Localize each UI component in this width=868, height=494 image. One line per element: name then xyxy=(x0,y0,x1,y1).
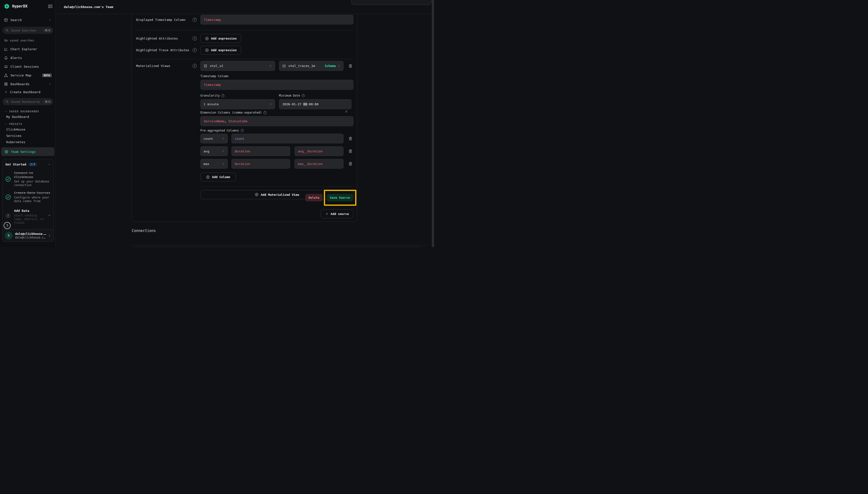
chart-explorer-icon xyxy=(4,47,8,51)
sidebar-item-service-map[interactable]: Service Map BETA xyxy=(0,71,56,80)
circle-plus-icon xyxy=(205,37,209,40)
aggregation-alias-input[interactable]: avg__Duration xyxy=(294,146,344,156)
get-started-header[interactable]: Get Started 2/3 xyxy=(5,163,51,166)
dimension-columns-input[interactable]: ServiceName, StatusCode xyxy=(200,116,353,126)
button-label: Add Column xyxy=(212,175,230,179)
help-circle-icon[interactable]: ? xyxy=(193,48,197,52)
aggregation-alias-input[interactable]: max__Duration xyxy=(294,159,344,169)
step-connect-clickhouse[interactable]: Connect to ClickHouse Set up your databa… xyxy=(5,171,51,187)
aggregation-expr-input[interactable]: Duration xyxy=(231,146,290,156)
section-divider xyxy=(132,245,428,245)
sidebar-item-chart-explorer[interactable]: Chart Explorer xyxy=(0,45,56,53)
database-select[interactable]: otel_v2 xyxy=(200,61,275,71)
chevron-right-icon xyxy=(48,234,51,237)
keyboard-shortcut-badge: ⌘ K xyxy=(43,100,52,104)
step-subtitle: Start sending logs, metrics, or traces xyxy=(14,214,45,225)
delete-source-button[interactable]: Delete xyxy=(305,194,323,202)
sidebar-item-dashboards[interactable]: Dashboards xyxy=(0,80,56,88)
materialized-views-label-row: Materialized Views ? xyxy=(136,61,197,71)
sidebar-item-label: Dashboards xyxy=(11,82,48,86)
step-title: Connect to ClickHouse xyxy=(14,171,51,179)
help-circle-icon[interactable]: ? xyxy=(193,36,197,40)
aggregation-fn-select[interactable]: avg xyxy=(200,146,228,156)
table-select[interactable]: otel_traces_1m Schema xyxy=(279,61,344,71)
aggregation-fn-select[interactable]: max xyxy=(200,159,228,169)
add-source-button[interactable]: Add source xyxy=(321,209,353,218)
aggregation-expr-input[interactable]: Duration xyxy=(231,159,290,169)
sidebar-item-search[interactable]: Search xyxy=(0,16,56,24)
bell-icon xyxy=(4,56,8,60)
help-circle-icon[interactable]: ? xyxy=(193,64,197,68)
chevron-up-icon[interactable] xyxy=(47,163,51,166)
search-section-icon xyxy=(4,18,8,22)
save-source-button[interactable]: Save Source xyxy=(327,194,353,202)
minimum-date-input[interactable]: 2026-01-27 00:00:00 xyxy=(279,99,351,109)
sidebar-item-alerts[interactable]: Alerts xyxy=(0,53,56,62)
chevron-up-icon[interactable] xyxy=(48,18,52,22)
circle-plus-icon xyxy=(205,48,209,52)
sidebar-item-client-sessions[interactable]: Client Sessions xyxy=(0,62,56,71)
presets-section-header[interactable]: PRESETS xyxy=(0,122,56,126)
sidebar-item-services[interactable]: Services xyxy=(0,132,56,139)
user-menu[interactable]: D dale@clickhouse.… dale@clickhouse.c… xyxy=(2,229,54,242)
saved-dashboards-input[interactable]: Saved Dashboards ⌘ K xyxy=(2,98,53,105)
sidebar-item-label: Client Sessions xyxy=(11,65,52,69)
sidebar-item-my-dashboard[interactable]: My Dashboard xyxy=(0,114,56,120)
help-circle-icon[interactable]: ? xyxy=(302,94,305,97)
aggregation-fn-select[interactable]: count xyxy=(200,134,228,144)
app-title: HyperDX xyxy=(12,4,48,8)
team-title: dale@clickhouse.com's Team xyxy=(64,0,113,14)
field-label: Highlighted Attributes xyxy=(136,37,178,40)
date-rest: :00:00 xyxy=(307,102,319,106)
schema-link[interactable]: Schema xyxy=(325,64,336,68)
sidebar-nav: Chart Explorer Alerts Client Sessions xyxy=(0,45,56,88)
help-circle-icon[interactable]: ? xyxy=(193,18,197,22)
sidebar-item-team-settings[interactable]: Team Settings xyxy=(1,147,54,156)
no-saved-searches-text: No saved searches xyxy=(0,39,56,42)
select-chevrons-icon xyxy=(337,64,341,68)
sidebar-item-clickhouse[interactable]: ClickHouse xyxy=(0,126,56,132)
help-circle-icon[interactable]: ? xyxy=(221,94,225,97)
create-dashboard-button[interactable]: Create Dashboard xyxy=(0,88,56,96)
add-column-button[interactable]: Add Column xyxy=(200,172,236,182)
page-scrollbar[interactable] xyxy=(432,0,434,247)
granularity-select[interactable]: 1 minute xyxy=(200,99,275,109)
button-label: Add expression xyxy=(211,37,236,40)
highlighted-trace-attributes-label-row: Highlighted Trace Attributes ? xyxy=(136,45,197,55)
logo-row: HyperDX xyxy=(0,0,56,9)
select-chevrons-icon xyxy=(269,64,272,68)
button-label: Add Materialized View xyxy=(261,193,299,196)
table-icon xyxy=(282,64,286,68)
help-circle-icon[interactable]: ? xyxy=(240,129,244,132)
sidebar-item-label: Search xyxy=(11,18,48,22)
check-circle-icon xyxy=(5,176,11,182)
displayed-timestamp-input[interactable]: Timestamp xyxy=(200,15,353,24)
step-create-data-sources[interactable]: Create Data Sources Configure where your… xyxy=(5,191,51,203)
aggregation-expr-input[interactable]: count xyxy=(231,134,344,144)
step-number-badge: 3 xyxy=(5,213,11,218)
pre-aggregated-columns-label: Pre-aggregated Columns ? xyxy=(200,129,244,132)
delete-column-trash-icon[interactable] xyxy=(348,162,352,166)
delete-column-trash-icon[interactable] xyxy=(348,136,352,141)
step-add-data[interactable]: 3 Add Data Start sending logs, metrics, … xyxy=(5,209,51,225)
help-circle-icon[interactable]: ? xyxy=(264,111,267,114)
chevron-up-icon[interactable] xyxy=(48,82,52,86)
clear-date-icon[interactable] xyxy=(345,102,348,106)
service-map-icon xyxy=(4,73,8,77)
database-icon xyxy=(204,64,207,68)
granularity-label: Granularity ? xyxy=(200,94,225,97)
collapse-sidebar-icon[interactable] xyxy=(48,4,53,9)
add-expression-button[interactable]: Add expression xyxy=(200,34,241,43)
help-button[interactable]: ? xyxy=(4,222,11,229)
hyperdx-logo-icon xyxy=(4,3,10,9)
sidebar-item-kubernetes[interactable]: Kubernetes xyxy=(0,139,56,145)
step-title: Add Data xyxy=(14,209,45,213)
step-title: Create Data Sources xyxy=(14,191,51,195)
add-expression-button[interactable]: Add expression xyxy=(200,45,241,55)
delete-column-trash-icon[interactable] xyxy=(348,149,352,153)
timestamp-column-input[interactable]: Timestamp xyxy=(200,80,353,90)
saved-dashboards-section-header[interactable]: SAVED DASHBOARDS xyxy=(0,109,56,114)
delete-view-trash-icon[interactable] xyxy=(348,64,352,68)
saved-searches-input[interactable]: Saved Searches ⌘ K xyxy=(2,27,53,34)
sidebar: HyperDX Search Saved Searches ⌘ K xyxy=(0,0,56,247)
